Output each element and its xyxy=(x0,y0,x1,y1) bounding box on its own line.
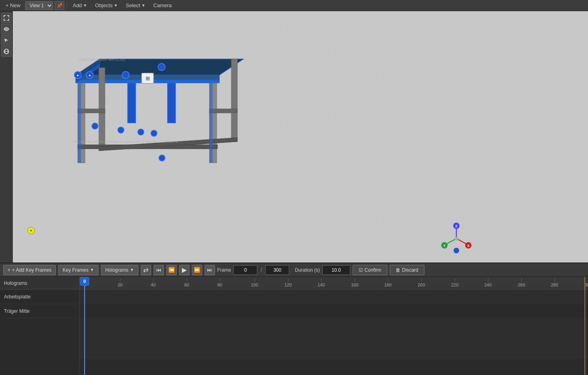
svg-rect-12 xyxy=(78,109,105,113)
playhead-marker: 0 xyxy=(80,277,89,286)
holograms-chevron-icon: ▼ xyxy=(130,268,134,272)
camera-menu[interactable]: Camera xyxy=(150,2,175,9)
frame-total-input[interactable] xyxy=(265,265,289,275)
select-chevron-icon: ▼ xyxy=(141,3,145,8)
svg-text:X: X xyxy=(467,244,470,248)
duration-label: Duration (s) xyxy=(295,267,320,273)
track-row-arbeitsplatte[interactable] xyxy=(80,290,588,304)
forward-icon: ⏩ xyxy=(194,267,200,273)
svg-text:●: ● xyxy=(89,73,91,77)
ruler-mark-260: 260 xyxy=(518,277,525,287)
play-icon: ▶ xyxy=(182,266,187,274)
track-row-traeger[interactable] xyxy=(80,304,588,318)
svg-point-47 xyxy=(454,248,459,253)
svg-rect-13 xyxy=(209,109,237,113)
eye-tool[interactable] xyxy=(1,24,12,34)
svg-rect-11 xyxy=(231,59,237,139)
svg-rect-18 xyxy=(78,83,81,163)
svg-point-30 xyxy=(138,129,144,135)
svg-point-25 xyxy=(158,63,165,71)
confirm-checkbox-icon: ☑ xyxy=(359,267,363,273)
rewind-button[interactable]: ⏪ xyxy=(166,265,177,275)
table-model: ● ● ⊞ xyxy=(52,43,259,203)
holograms-dropdown[interactable]: Holograms ▼ xyxy=(101,265,138,275)
objects-menu[interactable]: Objects ▼ xyxy=(92,2,121,9)
ruler-mark-60: 60 xyxy=(184,277,189,287)
pin-button[interactable]: 📌 xyxy=(55,1,64,10)
pin-icon: 📌 xyxy=(57,3,63,8)
svg-point-24 xyxy=(122,71,129,79)
hologram-list-header: Holograms xyxy=(0,277,79,290)
track-row-empty-1 xyxy=(80,318,588,358)
ruler-mark-80: 80 xyxy=(217,277,222,287)
prev-icon: ⏮ xyxy=(156,267,161,273)
objects-chevron-icon: ▼ xyxy=(114,3,118,8)
ruler-mark-240: 240 xyxy=(484,277,491,287)
svg-text:Object annotation item [1,32]: Object annotation item [1,32] xyxy=(79,57,125,61)
prev-button[interactable]: ⏮ xyxy=(154,265,164,275)
forward-button[interactable]: ⏩ xyxy=(192,265,202,275)
discard-button[interactable]: 🗑 Discard xyxy=(390,265,424,275)
svg-rect-16 xyxy=(128,83,136,123)
frame-separator: / xyxy=(260,267,263,273)
add-chevron-icon: ▼ xyxy=(83,3,87,8)
svg-point-28 xyxy=(92,123,98,129)
ruler-mark-280: 280 xyxy=(551,277,558,287)
timeline-tracks[interactable]: 0204060801001201401601802002202402602803… xyxy=(80,277,588,375)
keyframes-dropdown[interactable]: Key Frames ▼ xyxy=(58,265,99,275)
hologram-item-traeger[interactable]: Träger Mitte xyxy=(0,304,79,318)
maximize-tool[interactable] xyxy=(1,13,12,23)
svg-text:●: ● xyxy=(77,73,79,77)
ruler-mark-180: 180 xyxy=(384,277,391,287)
svg-point-36 xyxy=(30,230,32,231)
cursor xyxy=(27,227,34,234)
svg-text:The marker parenting setup wil: The marker parenting setup will appear o… xyxy=(73,140,179,144)
add-menu[interactable]: Add ▼ xyxy=(69,2,90,9)
end-frame-marker xyxy=(584,277,585,375)
svg-point-31 xyxy=(151,130,157,136)
axis-gizmo: Z X Y xyxy=(440,223,472,255)
ruler-mark-100: 100 xyxy=(251,277,258,287)
svg-point-46 xyxy=(454,237,458,241)
svg-point-32 xyxy=(159,155,165,161)
svg-rect-10 xyxy=(99,68,105,148)
separator xyxy=(67,2,67,9)
duration-input[interactable] xyxy=(322,265,350,275)
ruler-mark-20: 20 xyxy=(118,277,122,287)
view-dropdown[interactable]: View 1 xyxy=(25,1,53,10)
svg-text:⊞: ⊞ xyxy=(146,75,150,81)
svg-rect-17 xyxy=(168,83,176,123)
left-toolbar xyxy=(0,11,13,262)
keyframes-chevron-icon: ▼ xyxy=(90,268,94,272)
ruler-mark-40: 40 xyxy=(151,277,156,287)
ruler-mark-220: 220 xyxy=(451,277,458,287)
svg-point-29 xyxy=(118,127,124,133)
svg-text:Y: Y xyxy=(443,244,446,248)
ruler-mark-160: 160 xyxy=(351,277,358,287)
sync-button[interactable]: ⇄ xyxy=(141,265,151,275)
play-button[interactable]: ▶ xyxy=(179,265,189,275)
new-button[interactable]: + New xyxy=(2,2,24,9)
timeline-area: Holograms Arbeitsplatte Träger Mitte 020… xyxy=(0,277,588,375)
new-label: + New xyxy=(6,2,20,8)
select-menu[interactable]: Select ▼ xyxy=(122,2,148,9)
add-keyframes-button[interactable]: + + Add Key Frames xyxy=(3,265,56,275)
ruler-mark-140: 140 xyxy=(318,277,325,287)
svg-text:Z: Z xyxy=(455,224,458,228)
viewport-3d[interactable]: ● ● ⊞ xyxy=(0,11,588,262)
svg-rect-19 xyxy=(209,83,213,163)
frame-current-input[interactable] xyxy=(233,265,257,275)
sync-icon: ⇄ xyxy=(143,266,148,274)
arrow-tool[interactable] xyxy=(1,35,12,45)
top-menubar: + New View 1 📌 Add ▼ Objects ▼ Select ▼ … xyxy=(0,0,588,11)
confirm-button[interactable]: ☑ Confirm xyxy=(353,265,387,275)
hologram-list: Holograms Arbeitsplatte Träger Mitte xyxy=(0,277,80,375)
hologram-item-arbeitsplatte[interactable]: Arbeitsplatte xyxy=(0,290,79,304)
ruler-mark-200: 200 xyxy=(418,277,425,287)
playhead[interactable]: 0 xyxy=(84,277,85,375)
end-icon: ⏭ xyxy=(207,267,212,273)
end-button[interactable]: ⏭ xyxy=(205,265,215,275)
orbit-tool[interactable] xyxy=(1,46,12,57)
ruler-mark-120: 120 xyxy=(284,277,292,287)
discard-trash-icon: 🗑 xyxy=(396,267,401,273)
